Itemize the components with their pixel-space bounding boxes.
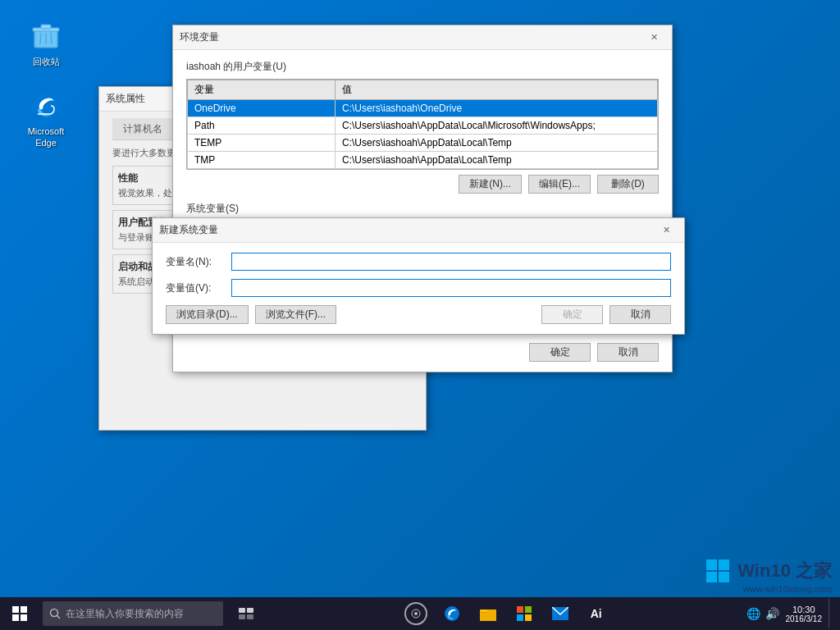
var-name: TEMP: [188, 135, 336, 152]
svg-rect-11: [12, 606, 19, 613]
env-window-controls: ✕: [642, 29, 665, 47]
taskbar-mail-button[interactable]: [544, 597, 577, 630]
var-name-label: 变量名(N):: [166, 255, 231, 269]
desktop: 回收站 Microsoft Edge 系统属性 − □ ✕ 计算机名 硬件: [0, 0, 840, 630]
taskbar-search[interactable]: [43, 601, 223, 626]
svg-rect-2: [41, 25, 51, 29]
sys-vars-header: 系统变量(S): [186, 202, 659, 216]
recycle-bin-image: [30, 20, 62, 52]
svg-line-16: [57, 616, 61, 619]
taskbar-mail-icon: [552, 607, 568, 620]
new-var-dialog: 新建系统变量 ✕ 变量名(N): 变量值(V): 浏览目录(D)... 浏览文件…: [152, 217, 685, 335]
svg-rect-29: [525, 614, 532, 621]
var-name-input[interactable]: [231, 253, 671, 271]
new-var-ok-button[interactable]: 确定: [541, 305, 603, 324]
new-var-cancel-button[interactable]: 取消: [609, 305, 671, 324]
tab-computername[interactable]: 计算机名: [112, 118, 173, 139]
svg-rect-14: [21, 614, 27, 621]
svg-rect-26: [517, 606, 523, 613]
cortana-inner-icon: [411, 609, 421, 619]
watermark-text: Win10 之家: [737, 559, 832, 583]
user-col-var: 变量: [188, 80, 336, 100]
taskbar-edge-button[interactable]: [436, 597, 468, 630]
var-val-input[interactable]: [231, 279, 671, 297]
clock-date: 2016/3/12: [786, 614, 823, 623]
svg-rect-13: [12, 614, 19, 621]
env-close-button[interactable]: ✕: [642, 29, 665, 47]
svg-line-3: [40, 33, 41, 44]
browse-dir-button[interactable]: 浏览目录(D)...: [166, 305, 249, 324]
svg-rect-20: [247, 614, 253, 619]
user-btn-row: 新建(N)... 编辑(E)... 删除(D): [186, 175, 659, 194]
env-cancel-button[interactable]: 取消: [597, 343, 659, 362]
svg-line-5: [51, 33, 52, 44]
env-dialog-title: 环境变量: [180, 30, 642, 44]
env-bottom-btns: 确定 取消: [186, 343, 659, 362]
edge-label: Microsoft Edge: [28, 126, 65, 149]
new-var-left-btns: 浏览目录(D)... 浏览文件(F)...: [166, 305, 336, 324]
new-var-right-btns: 确定 取消: [541, 305, 671, 324]
table-row[interactable]: OneDrive C:\Users\iashoah\OneDrive: [188, 100, 658, 117]
cortana-button[interactable]: [399, 597, 432, 630]
env-ok-button[interactable]: 确定: [529, 343, 591, 362]
clock-time: 10:30: [786, 605, 823, 614]
win-logo-icon: [705, 558, 731, 584]
taskbar-store-button[interactable]: [508, 597, 541, 630]
clock-area[interactable]: 10:30 2016/3/12: [786, 605, 823, 623]
svg-rect-8: [719, 559, 729, 570]
tray-volume-icon[interactable]: 🔊: [765, 607, 779, 620]
show-desktop-button[interactable]: [829, 599, 833, 628]
taskbar-apps: Ai: [266, 597, 746, 630]
edge-icon[interactable]: Microsoft Edge: [16, 86, 75, 153]
new-var-close-button[interactable]: ✕: [655, 221, 678, 240]
watermark: Win10 之家 www.win10xitong.com: [705, 558, 832, 594]
var-name: OneDrive: [188, 100, 336, 117]
new-var-controls: ✕: [655, 221, 678, 240]
start-button[interactable]: [0, 597, 39, 630]
table-row[interactable]: TEMP C:\Users\iashoah\AppData\Local\Temp: [188, 135, 658, 152]
taskbar-ai-button[interactable]: Ai: [580, 597, 613, 630]
svg-rect-19: [239, 614, 245, 619]
new-var-btn-area: 浏览目录(D)... 浏览文件(F)... 确定 取消: [166, 305, 671, 324]
taskbar-explorer-icon: [480, 606, 496, 621]
var-value: C:\Users\iashoah\OneDrive: [336, 100, 658, 117]
svg-rect-12: [21, 606, 27, 613]
user-vars-header: iashoah 的用户变量(U): [186, 60, 659, 74]
svg-rect-18: [247, 608, 253, 613]
edge-image: [30, 89, 62, 122]
new-var-content: 变量名(N): 变量值(V): 浏览目录(D)... 浏览文件(F)... 确定…: [153, 243, 684, 334]
svg-rect-7: [706, 559, 717, 570]
taskbar-explorer-button[interactable]: [472, 597, 504, 630]
user-new-button[interactable]: 新建(N)...: [459, 175, 522, 194]
svg-rect-17: [239, 608, 245, 613]
user-delete-button[interactable]: 删除(D): [597, 175, 659, 194]
recycle-bin-icon[interactable]: 回收站: [16, 16, 75, 71]
taskbar-edge-icon: [444, 605, 460, 622]
browse-file-button[interactable]: 浏览文件(F)...: [255, 305, 336, 324]
var-name: Path: [188, 117, 336, 135]
var-val-row: 变量值(V):: [166, 279, 671, 297]
user-edit-button[interactable]: 编辑(E)...: [528, 175, 591, 194]
table-row[interactable]: Path C:\Users\iashoah\AppData\Local\Micr…: [188, 117, 658, 135]
var-name-row: 变量名(N):: [166, 253, 671, 271]
new-var-title: 新建系统变量: [159, 223, 655, 237]
task-view-button[interactable]: [230, 597, 262, 630]
search-input[interactable]: [66, 608, 217, 619]
var-value: C:\Users\iashoah\AppData\Local\Temp: [336, 152, 658, 169]
taskbar: Ai 🌐 🔊 10:30 2016/3/12: [0, 597, 840, 630]
user-vars-table: 变量 值 OneDrive C:\Users\iashoah\OneDrive …: [187, 80, 658, 169]
table-row[interactable]: TMP C:\Users\iashoah\AppData\Local\Temp: [188, 152, 658, 169]
env-dialog-titlebar[interactable]: 环境变量 ✕: [173, 25, 672, 50]
user-col-val: 值: [336, 80, 658, 100]
svg-rect-10: [719, 572, 729, 582]
new-var-titlebar[interactable]: 新建系统变量 ✕: [153, 218, 684, 243]
var-name: TMP: [188, 152, 336, 169]
tray-network-icon[interactable]: 🌐: [746, 607, 760, 620]
svg-point-22: [414, 612, 418, 615]
watermark-logo-row: Win10 之家: [705, 558, 832, 584]
tray-icons: 🌐 🔊: [746, 607, 779, 620]
recycle-bin-label: 回收站: [33, 56, 60, 67]
user-vars-table-wrapper: 变量 值 OneDrive C:\Users\iashoah\OneDrive …: [186, 79, 659, 170]
cortana-icon: [404, 602, 427, 625]
var-value: C:\Users\iashoah\AppData\Local\Microsoft…: [336, 117, 658, 135]
